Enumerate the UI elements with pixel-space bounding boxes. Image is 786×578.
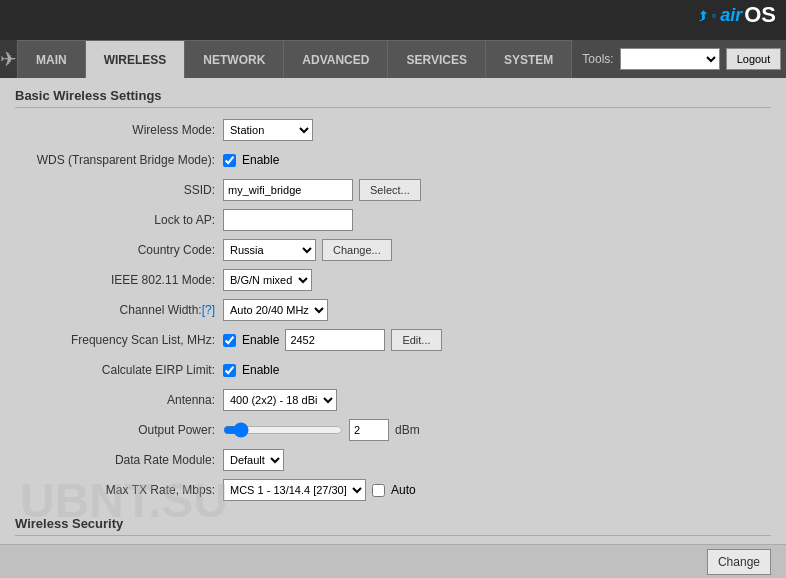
ssid-label: SSID: xyxy=(15,183,215,197)
tab-system[interactable]: SYSTEM xyxy=(486,40,572,78)
wds-enable-label: Enable xyxy=(242,153,279,167)
freq-scan-enable-label: Enable xyxy=(242,333,279,347)
data-rate-control: Default MIMO Single xyxy=(223,449,284,471)
logo-os: OS xyxy=(744,2,776,28)
auto-label: Auto xyxy=(391,483,416,497)
country-code-label: Country Code: xyxy=(15,243,215,257)
select-button[interactable]: Select... xyxy=(359,179,421,201)
max-tx-control: MCS 1 - 13/14.4 [27/30] MCS 2 MCS 3 Auto xyxy=(223,479,416,501)
nav-tabs: MAIN WIRELESS NETWORK ADVANCED SERVICES … xyxy=(18,40,572,78)
nav-logo-area: ✈ xyxy=(0,40,18,78)
edit-button[interactable]: Edit... xyxy=(391,329,441,351)
channel-width-select[interactable]: Auto 20/40 MHz 20 MHz 40 MHz xyxy=(223,299,328,321)
wireless-mode-label: Wireless Mode: xyxy=(15,123,215,137)
tools-select[interactable]: Alignment Tool Discovery Ping xyxy=(620,48,720,70)
logo-air: air xyxy=(720,5,742,26)
wds-label: WDS (Transparent Bridge Mode): xyxy=(15,153,215,167)
calc-eirp-label: Calculate EIRP Limit: xyxy=(15,363,215,377)
wds-checkbox[interactable] xyxy=(223,154,236,167)
tab-advanced[interactable]: ADVANCED xyxy=(284,40,388,78)
country-code-row: Country Code: Russia United States Germa… xyxy=(15,238,771,262)
output-power-unit: dBm xyxy=(395,423,420,437)
antenna-control: 400 (2x2) - 18 dBi 200 (1x1) - 12 dBi xyxy=(223,389,337,411)
country-code-control: Russia United States Germany Change... xyxy=(223,239,392,261)
output-power-control: dBm xyxy=(223,419,420,441)
ieee-label: IEEE 802.11 Mode: xyxy=(15,273,215,287)
data-rate-label: Data Rate Module: xyxy=(15,453,215,467)
header: ⮭◦ air OS xyxy=(0,0,786,40)
change-button[interactable]: Change xyxy=(707,549,771,575)
max-tx-label: Max TX Rate, Mbps: xyxy=(15,483,215,497)
wds-row: WDS (Transparent Bridge Mode): Enable xyxy=(15,148,771,172)
channel-width-label: Channel Width:[?] xyxy=(15,303,215,317)
output-power-slider[interactable] xyxy=(223,422,343,438)
freq-value-input[interactable] xyxy=(285,329,385,351)
auto-checkbox[interactable] xyxy=(372,484,385,497)
calc-eirp-enable-label: Enable xyxy=(242,363,279,377)
wireless-mode-control: Station Access Point AP Repeater xyxy=(223,119,313,141)
lock-ap-row: Lock to AP: xyxy=(15,208,771,232)
logout-button[interactable]: Logout xyxy=(726,48,782,70)
antenna-row: Antenna: 400 (2x2) - 18 dBi 200 (1x1) - … xyxy=(15,388,771,412)
channel-width-control: Auto 20/40 MHz 20 MHz 40 MHz xyxy=(223,299,328,321)
calc-eirp-control: Enable xyxy=(223,363,279,377)
ssid-row: SSID: Select... xyxy=(15,178,771,202)
country-code-select[interactable]: Russia United States Germany xyxy=(223,239,316,261)
freq-scan-label: Frequency Scan List, MHz: xyxy=(15,333,215,347)
lock-ap-label: Lock to AP: xyxy=(15,213,215,227)
ieee-row: IEEE 802.11 Mode: B/G/N mixed A/N mixed … xyxy=(15,268,771,292)
ssid-control: Select... xyxy=(223,179,421,201)
wds-control: Enable xyxy=(223,153,279,167)
ieee-select[interactable]: B/G/N mixed A/N mixed N only xyxy=(223,269,312,291)
lock-ap-input[interactable] xyxy=(223,209,353,231)
calc-eirp-checkbox[interactable] xyxy=(223,364,236,377)
tab-main[interactable]: MAIN xyxy=(18,40,86,78)
channel-width-help[interactable]: [?] xyxy=(202,303,215,317)
basic-wireless-title: Basic Wireless Settings xyxy=(15,88,771,108)
freq-scan-control: Enable Edit... xyxy=(223,329,442,351)
wifi-icon: ⮭◦ xyxy=(697,7,716,23)
data-rate-select[interactable]: Default MIMO Single xyxy=(223,449,284,471)
ssid-input[interactable] xyxy=(223,179,353,201)
wireless-mode-row: Wireless Mode: Station Access Point AP R… xyxy=(15,118,771,142)
data-rate-row: Data Rate Module: Default MIMO Single xyxy=(15,448,771,472)
freq-scan-row: Frequency Scan List, MHz: Enable Edit... xyxy=(15,328,771,352)
channel-width-row: Channel Width:[?] Auto 20/40 MHz 20 MHz … xyxy=(15,298,771,322)
calc-eirp-row: Calculate EIRP Limit: Enable xyxy=(15,358,771,382)
tab-services[interactable]: SERVICES xyxy=(388,40,485,78)
output-power-label: Output Power: xyxy=(15,423,215,437)
tab-network[interactable]: NETWORK xyxy=(185,40,284,78)
antenna-select[interactable]: 400 (2x2) - 18 dBi 200 (1x1) - 12 dBi xyxy=(223,389,337,411)
max-tx-row: Max TX Rate, Mbps: MCS 1 - 13/14.4 [27/3… xyxy=(15,478,771,502)
lock-ap-control xyxy=(223,209,353,231)
antenna-label: Antenna: xyxy=(15,393,215,407)
logo: ⮭◦ air OS xyxy=(697,2,776,28)
navbar: ✈ MAIN WIRELESS NETWORK ADVANCED SERVICE… xyxy=(0,40,786,78)
output-power-input[interactable] xyxy=(349,419,389,441)
content: Basic Wireless Settings Wireless Mode: S… xyxy=(0,78,786,578)
plane-icon: ✈ xyxy=(0,47,17,71)
tools-label: Tools: xyxy=(582,52,613,66)
ieee-control: B/G/N mixed A/N mixed N only xyxy=(223,269,312,291)
nav-tools: Tools: Alignment Tool Discovery Ping Log… xyxy=(572,40,786,78)
channel-width-label-text: Channel Width: xyxy=(120,303,202,317)
freq-scan-checkbox[interactable] xyxy=(223,334,236,347)
wireless-security-title: Wireless Security xyxy=(15,516,771,536)
bottom-bar: Change xyxy=(0,544,786,578)
output-power-row: Output Power: dBm xyxy=(15,418,771,442)
wireless-mode-select[interactable]: Station Access Point AP Repeater xyxy=(223,119,313,141)
tab-wireless[interactable]: WIRELESS xyxy=(86,40,186,78)
change-country-button[interactable]: Change... xyxy=(322,239,392,261)
max-tx-select[interactable]: MCS 1 - 13/14.4 [27/30] MCS 2 MCS 3 xyxy=(223,479,366,501)
